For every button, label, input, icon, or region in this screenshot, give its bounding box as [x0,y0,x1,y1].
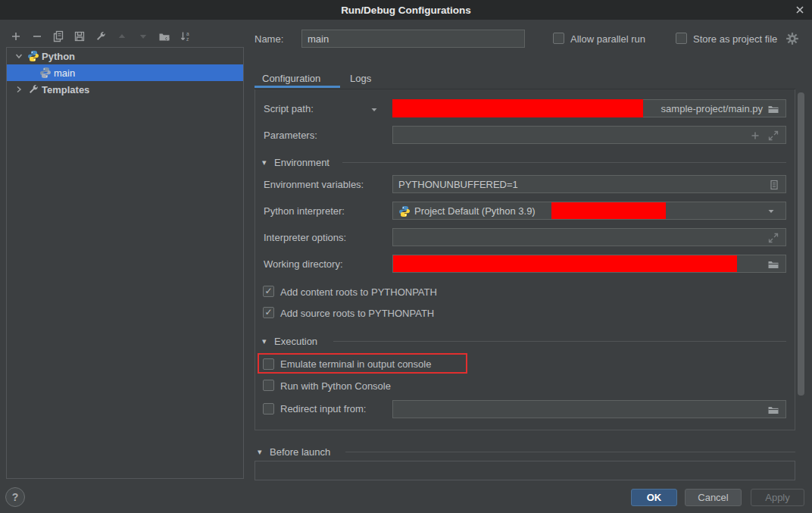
environment-variables-field[interactable]: PYTHONUNBUFFERED=1 [392,175,786,193]
execution-collapse-icon[interactable]: ▾ [262,336,267,346]
combobox-arrow-icon[interactable] [767,207,779,219]
add-source-roots-checkbox[interactable]: ✓ [263,307,274,318]
redirect-input-field[interactable] [392,400,786,418]
cancel-button[interactable]: Cancel [685,489,742,506]
plus-macro-icon[interactable] [749,130,761,142]
python-interpreter-label: Python interpreter: [264,205,345,217]
sort-alphabetically-icon[interactable]: az [178,30,192,44]
environment-section-title[interactable]: Environment [274,157,329,168]
tree-item-label: Templates [42,84,89,95]
allow-parallel-run-label: Allow parallel run [570,33,645,45]
expand-field-icon[interactable] [767,232,779,244]
configurations-toolbar: az [8,28,192,45]
run-with-python-console-checkbox[interactable] [263,380,274,391]
vertical-scrollbar[interactable] [798,92,804,396]
redaction-overlay [392,99,643,117]
environment-collapse-icon[interactable]: ▾ [262,158,267,167]
folder-browse-icon[interactable] [767,103,779,115]
folder-browse-icon[interactable] [767,404,779,416]
python-icon [27,50,39,62]
tree-item-main[interactable]: main [7,64,243,81]
before-launch-section-title[interactable]: Before launch [270,446,330,458]
script-path-mode-dropdown-icon[interactable] [370,105,379,114]
interpreter-options-label: Interpreter options: [264,232,346,243]
active-tab-underline [255,86,340,88]
parameters-label: Parameters: [264,130,317,141]
browse-variables-icon[interactable] [768,179,780,191]
dialog-titlebar: Run/Debug Configurations [0,0,812,20]
tree-item-label: Python [42,51,75,62]
script-path-label: Script path: [264,103,314,114]
name-input[interactable] [301,30,525,48]
working-directory-label: Working directory: [264,258,343,270]
section-rule [342,162,786,163]
python-interpreter-value: Project Default (Python 3.9) [414,205,536,217]
add-content-roots-label: Add content roots to PYTHONPATH [280,286,437,298]
add-content-roots-checkbox[interactable]: ✓ [263,286,274,297]
tree-item-templates[interactable]: Templates [7,81,243,98]
edit-templates-wrench-icon[interactable] [93,30,108,44]
before-launch-collapse-icon[interactable]: ▾ [258,447,262,457]
name-label: Name: [255,33,283,45]
redirect-input-label: Redirect input from: [280,403,366,414]
parameters-field[interactable] [392,126,786,144]
execution-section-title[interactable]: Execution [274,336,317,347]
close-icon[interactable] [794,4,806,16]
redaction-overlay [551,202,666,219]
tree-item-python[interactable]: Python [7,48,243,64]
gear-icon[interactable] [785,32,799,45]
tree-item-label: main [54,67,75,79]
run-with-python-console-label: Run with Python Console [280,380,391,392]
add-icon[interactable] [8,30,23,44]
add-source-roots-label: Add source roots to PYTHONPATH [280,308,434,319]
svg-text:z: z [186,36,189,42]
tab-logs[interactable]: Logs [350,73,371,84]
new-folder-icon[interactable] [157,30,171,44]
save-icon[interactable] [72,30,86,44]
store-as-project-file-label: Store as project file [693,33,777,45]
section-rule [333,341,786,342]
section-rule [345,452,795,452]
python-icon [398,205,411,217]
copy-icon[interactable] [51,30,65,44]
move-down-icon[interactable] [136,30,150,44]
apply-button[interactable]: Apply [751,489,804,506]
tab-configuration[interactable]: Configuration [262,73,320,84]
dialog-title: Run/Debug Configurations [341,5,471,16]
redaction-overlay [393,255,737,272]
python-icon [39,67,52,79]
before-launch-task-list[interactable] [255,461,795,480]
ok-button[interactable]: OK [631,489,677,506]
annotation-highlight-box [258,353,467,374]
wrench-icon [27,83,39,95]
environment-variables-label: Environment variables: [264,179,364,190]
svg-text:a: a [186,31,189,36]
chevron-right-icon[interactable] [13,83,25,95]
interpreter-options-field[interactable] [392,228,786,246]
environment-variables-value: PYTHONUNBUFFERED=1 [398,179,518,190]
store-as-project-file-checkbox[interactable] [676,33,687,44]
run-debug-configurations-dialog: Run/Debug Configurations az [0,0,812,513]
help-icon: ? [12,491,19,503]
folder-browse-icon[interactable] [767,258,779,271]
redirect-input-checkbox[interactable] [263,403,274,414]
allow-parallel-run-checkbox[interactable] [553,33,564,44]
chevron-down-icon[interactable] [13,50,25,62]
remove-icon[interactable] [30,30,44,44]
script-path-value: sample-project/main.py [661,103,763,114]
expand-field-icon[interactable] [767,130,779,142]
help-button[interactable]: ? [5,487,25,507]
move-up-icon[interactable] [114,30,129,44]
configurations-tree: Python main Templates [6,47,244,479]
